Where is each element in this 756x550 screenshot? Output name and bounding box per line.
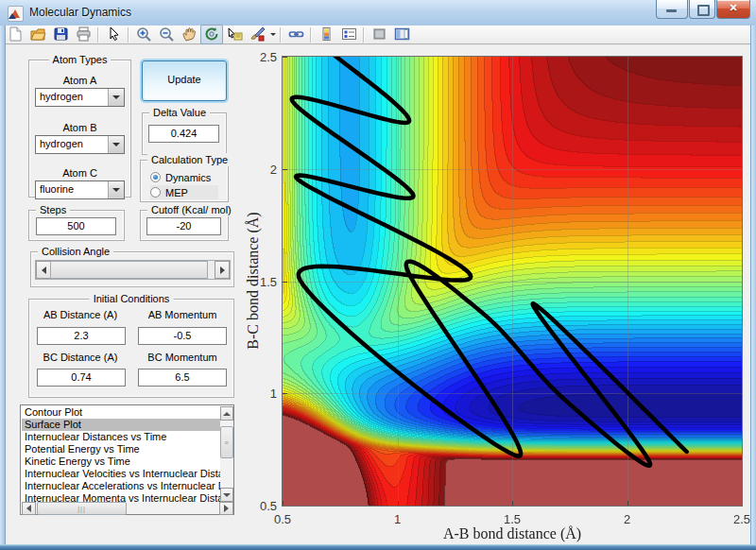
toolbar-button-pointer[interactable] <box>102 25 125 44</box>
atom-a-dropdown-button[interactable] <box>108 89 124 106</box>
chevron-down-icon <box>112 143 120 146</box>
atom-b-value: hydrogen <box>36 136 108 153</box>
collision-angle-panel: Collision Angle <box>30 251 234 287</box>
x-axis-label: A-B bond distance (Å) <box>443 525 581 542</box>
cutoff-field[interactable]: -20 <box>146 217 221 235</box>
bc-momentum-label: BC Momentum <box>131 352 233 363</box>
list-item[interactable]: Kinetic Energy vs Time <box>22 455 220 468</box>
atom-b-select[interactable]: hydrogen <box>35 135 125 154</box>
radio-mep[interactable]: MEP <box>150 185 218 199</box>
list-item[interactable]: Internuclear Velocities vs Internuclear … <box>22 468 220 480</box>
scroll-left-button[interactable] <box>22 502 36 515</box>
toolbar-button-hide-plot-tools[interactable] <box>368 25 390 44</box>
arrow-left-icon <box>26 505 31 512</box>
scroll-up-button[interactable] <box>220 406 233 421</box>
arrow-up-icon <box>223 412 231 416</box>
steps-field[interactable]: 500 <box>36 217 116 235</box>
slider-left-arrow[interactable] <box>36 261 51 279</box>
arrow-left-icon <box>42 266 46 274</box>
delta-value-title: Delta Value <box>149 106 210 119</box>
atom-types-title: Atom Types <box>49 53 112 66</box>
window-border <box>0 26 6 545</box>
zoom-out-icon <box>159 26 175 43</box>
close-button[interactable]: ✕ <box>716 0 750 19</box>
update-button[interactable]: Update <box>142 60 227 101</box>
pan-icon <box>181 26 198 43</box>
chevron-down-icon <box>112 188 120 192</box>
toolbar-button-open-file[interactable] <box>26 25 49 44</box>
toolbar-button-link-plots[interactable] <box>284 25 307 44</box>
steps-panel: Steps 500 <box>28 210 125 241</box>
collision-angle-slider[interactable] <box>35 260 231 280</box>
minimize-button[interactable] <box>656 0 688 19</box>
maximize-button[interactable] <box>689 0 715 19</box>
window-border <box>0 544 756 550</box>
link-plots-icon <box>288 26 304 43</box>
toolbar-button-save-figure[interactable] <box>49 25 72 44</box>
toolbar-button-rotate-3d[interactable] <box>200 25 223 44</box>
x-tick-label: 1.5 <box>504 512 521 526</box>
scroll-down-button[interactable] <box>220 488 233 502</box>
window-border <box>750 26 756 545</box>
brush-icon <box>249 26 266 43</box>
toolbar-button-zoom-out[interactable] <box>155 25 178 44</box>
bc-distance-field[interactable]: 0.74 <box>37 369 126 387</box>
vscroll-thumb[interactable]: ≡ <box>220 426 233 458</box>
collision-angle-title: Collision Angle <box>38 245 113 258</box>
ab-momentum-field[interactable]: -0.5 <box>138 327 227 345</box>
arrow-right-icon <box>224 505 229 512</box>
steps-title: Steps <box>36 203 70 216</box>
toolbar <box>0 26 756 44</box>
atom-c-value: fluorine <box>36 181 108 198</box>
toolbar-button-pan[interactable] <box>178 25 200 44</box>
listbox-vscrollbar[interactable]: ≡ <box>220 406 233 502</box>
slider-thumb[interactable] <box>50 261 208 279</box>
list-item[interactable]: Internuclear Momenta vs Internuclear Dis… <box>22 492 220 502</box>
list-item[interactable]: Internuclear Distances vs Time <box>22 431 220 443</box>
toolbar-button-print-figure[interactable] <box>72 25 94 44</box>
plot-type-listbox[interactable]: Contour PlotSurface PlotInternuclear Dis… <box>20 404 234 515</box>
listbox-hscrollbar[interactable]: ||| <box>22 502 233 514</box>
toolbar-button-new-figure[interactable] <box>4 25 26 44</box>
brush-dropdown-button[interactable] <box>268 26 277 43</box>
rotate-3d-icon <box>204 26 220 43</box>
hide-plot-tools-icon <box>371 26 387 43</box>
toolbar-button-insert-colorbar[interactable] <box>315 25 337 44</box>
radio-button-icon[interactable] <box>150 172 161 182</box>
scroll-right-button[interactable] <box>219 502 233 515</box>
toolbar-button-data-cursor[interactable] <box>223 25 246 44</box>
atom-types-panel: Atom Types Atom A hydrogen Atom B hydrog… <box>28 60 131 198</box>
atom-c-select[interactable]: fluorine <box>35 180 125 199</box>
list-item[interactable]: Surface Plot <box>22 419 220 431</box>
show-plot-tools-dock-icon <box>394 26 410 43</box>
pes-contour-plot[interactable] <box>283 57 742 506</box>
radio-label: Dynamics <box>165 172 211 183</box>
list-item[interactable]: Internuclear Accelerations vs Internucle… <box>22 480 220 492</box>
list-item[interactable]: Potential Energy vs Time <box>22 443 220 455</box>
ab-distance-field[interactable]: 2.3 <box>37 327 126 345</box>
atom-b-label: Atom B <box>29 122 130 133</box>
delta-value-panel: Delta Value 0.424 <box>142 112 227 155</box>
window-title: Molecular Dynamics <box>29 6 131 19</box>
list-item[interactable]: Contour Plot <box>22 406 220 419</box>
minimize-icon <box>666 9 677 12</box>
bc-momentum-field[interactable]: 6.5 <box>138 369 227 387</box>
cutoff-panel: Cutoff (Kcal/ mol) -20 <box>140 210 229 241</box>
slider-right-arrow[interactable] <box>215 261 230 279</box>
toolbar-button-insert-legend[interactable] <box>337 25 360 44</box>
toolbar-button-zoom-in[interactable] <box>132 25 155 44</box>
toolbar-button-show-plot-tools-dock[interactable] <box>390 25 413 44</box>
atom-b-dropdown-button[interactable] <box>108 136 124 153</box>
atom-c-dropdown-button[interactable] <box>108 181 124 198</box>
delta-value-field[interactable]: 0.424 <box>148 125 219 143</box>
radio-button-icon[interactable] <box>150 187 161 198</box>
radio-dynamics[interactable]: Dynamics <box>150 170 218 184</box>
toolbar-button-brush[interactable] <box>246 25 268 44</box>
radio-label: MEP <box>165 187 188 198</box>
atom-a-select[interactable]: hydrogen <box>35 88 125 107</box>
pointer-icon <box>106 26 122 43</box>
hscroll-thumb[interactable]: ||| <box>37 502 127 515</box>
titlebar[interactable]: Molecular Dynamics ✕ <box>0 0 756 26</box>
chevron-down-icon <box>270 33 276 36</box>
x-tick-label: 2 <box>624 512 630 526</box>
